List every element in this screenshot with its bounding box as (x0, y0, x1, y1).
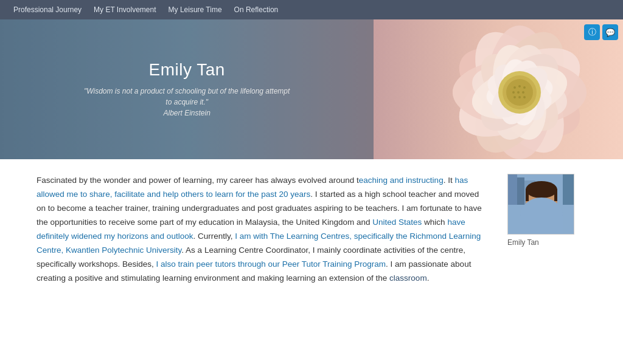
svg-point-46 (533, 203, 537, 207)
chat-icon-button[interactable]: 💬 (602, 24, 618, 40)
top-icons: ⓘ 💬 (584, 24, 618, 40)
flower-decoration (349, 19, 623, 159)
navigation: Professional Journey My ET Involvement M… (0, 0, 623, 19)
svg-point-25 (518, 85, 521, 88)
svg-rect-44 (542, 202, 551, 208)
svg-point-28 (517, 91, 520, 94)
svg-point-32 (523, 96, 526, 98)
info-icon-button[interactable]: ⓘ (584, 24, 600, 40)
hero-quote: "Wisdom is not a product of schooling bu… (83, 86, 290, 118)
svg-point-40 (526, 181, 557, 198)
svg-point-30 (513, 96, 516, 98)
nav-et-involvement[interactable]: My ET Involvement (88, 5, 162, 14)
svg-rect-41 (526, 189, 529, 201)
svg-point-31 (518, 96, 521, 98)
svg-rect-34 (508, 174, 517, 205)
profile-photo (507, 174, 574, 235)
nav-professional-journey[interactable]: Professional Journey (7, 5, 88, 14)
svg-point-24 (513, 86, 516, 89)
hero-content: Emily Tan "Wisdom is not a product of sc… (83, 60, 290, 118)
highlight-teaching: eaching and instructing (359, 176, 444, 185)
svg-rect-37 (563, 174, 574, 205)
highlight-train: I also train peer tutors through our Pee… (156, 259, 386, 269)
hero-banner: Emily Tan "Wisdom is not a product of sc… (0, 19, 623, 159)
svg-point-27 (512, 91, 515, 94)
page-title: Emily Tan (83, 60, 290, 80)
svg-point-29 (522, 91, 524, 94)
highlight-us: United States (372, 218, 422, 227)
profile-section: Emily Tan (507, 174, 586, 286)
profile-caption: Emily Tan (507, 238, 586, 247)
nav-on-reflection[interactable]: On Reflection (228, 5, 285, 14)
svg-point-47 (545, 203, 548, 207)
svg-point-26 (523, 86, 526, 89)
svg-rect-43 (531, 202, 540, 208)
svg-rect-38 (520, 214, 562, 235)
main-content: Fascinated by the wonder and power of le… (0, 159, 623, 304)
nav-leisure-time[interactable]: My Leisure Time (162, 5, 228, 14)
svg-rect-35 (517, 177, 524, 205)
svg-rect-42 (554, 189, 557, 201)
highlight-classroom: classroom (389, 273, 427, 283)
bio-text: Fascinated by the wonder and power of le… (37, 174, 483, 286)
